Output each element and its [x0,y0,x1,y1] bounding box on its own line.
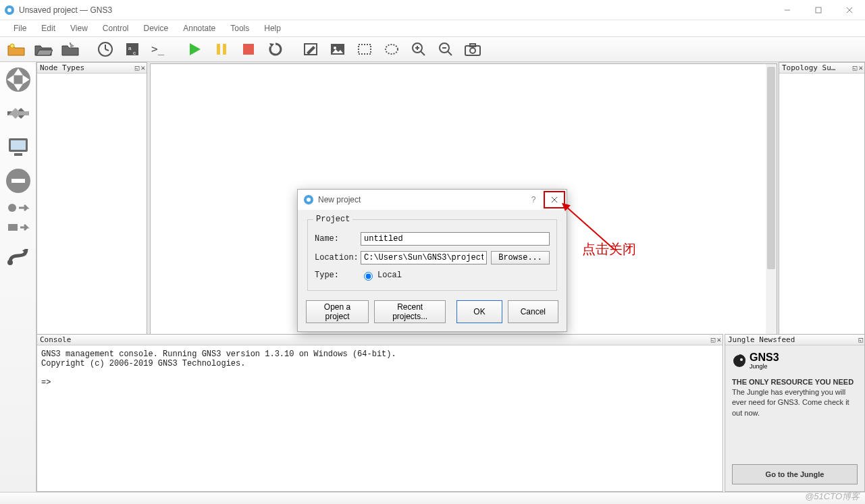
panel-float-icon[interactable]: ◱ [135,63,140,72]
svg-point-21 [386,45,398,54]
panel-close-icon[interactable]: ✕ [140,63,145,72]
zoom-out-icon[interactable] [434,38,458,60]
svg-rect-16 [243,44,254,55]
svg-line-27 [448,51,452,55]
menu-bar: File Edit View Control Device Annotate T… [0,20,865,36]
svg-rect-34 [11,140,26,150]
newsfeed-body: The Jungle has everything you will ever … [732,387,858,418]
menu-tools[interactable]: Tools [224,22,256,34]
newsfeed-headline: THE ONLY RESOURCE YOU NEED [732,378,858,386]
switch-category-icon[interactable] [3,99,33,128]
svg-point-31 [470,48,475,53]
menu-edit[interactable]: Edit [34,22,62,34]
svg-line-9 [105,49,109,51]
svg-point-42 [740,358,743,361]
name-label: Name: [315,234,357,244]
svg-rect-14 [217,44,220,55]
title-bar: Unsaved project — GNS3 [0,0,865,20]
open-project-icon[interactable] [31,38,55,60]
play-icon[interactable] [182,38,207,60]
location-label: Location: [315,253,357,262]
svg-text:c: c [133,50,136,56]
watermark: @51CTO博客 [805,491,860,503]
svg-rect-3 [816,7,821,13]
toolbar: ac >_ [0,36,865,62]
window-close-button[interactable] [834,0,865,20]
panel-close-icon[interactable]: ✕ [716,335,721,344]
console-output[interactable]: GNS3 management console. Running GNS3 ve… [37,345,723,491]
minimize-button[interactable] [772,0,803,20]
pause-icon[interactable] [209,38,234,60]
topology-summary-title: Topology Su… [782,63,835,72]
zoom-in-icon[interactable] [407,38,431,60]
browse-devices-icon[interactable] [3,220,33,236]
svg-point-44 [307,198,311,202]
screenshot-icon[interactable] [461,38,485,60]
maximize-button[interactable] [803,0,834,20]
rectangle-icon[interactable] [352,38,377,60]
panel-float-icon[interactable]: ◱ [711,335,716,344]
dialog-title: New project [318,195,361,204]
panel-close-icon[interactable]: ✕ [858,63,863,72]
svg-line-23 [421,51,425,55]
jungle-logo: GNS3Jungle [732,352,858,370]
console-icon[interactable]: >_ [147,38,172,60]
stop-icon[interactable] [236,38,261,60]
svg-point-38 [8,204,16,212]
svg-text:>_: >_ [151,43,165,55]
link-icon[interactable] [3,240,33,270]
svg-point-6 [10,44,14,48]
recent-projects-button[interactable]: Recent projects... [374,300,446,323]
browse-button[interactable]: Browse... [491,251,550,264]
menu-file[interactable]: File [7,22,33,34]
note-icon[interactable] [298,38,323,60]
reload-icon[interactable] [263,38,288,60]
open-project-button[interactable]: Open a project [306,300,369,323]
all-devices-icon[interactable] [3,200,33,216]
security-category-icon[interactable] [3,166,33,196]
panel-float-icon[interactable]: ◱ [853,63,858,72]
svg-point-40 [7,260,13,265]
panel-float-icon[interactable]: ◱ [858,335,863,344]
ellipse-icon[interactable] [379,38,404,60]
svg-rect-35 [14,153,22,156]
snapshot-icon[interactable] [93,38,117,60]
save-project-icon[interactable] [58,38,82,60]
console-title: Console [40,335,71,344]
show-names-icon[interactable]: ac [120,38,145,60]
status-bar [0,492,865,504]
menu-device[interactable]: Device [137,22,176,34]
menu-help[interactable]: Help [257,22,288,34]
svg-point-19 [334,47,336,49]
newsfeed-title: Jungle Newsfeed [728,335,795,344]
dialog-help-icon[interactable]: ? [523,195,544,204]
svg-rect-15 [223,44,226,55]
svg-rect-20 [359,45,371,54]
menu-annotate[interactable]: Annotate [176,22,222,34]
type-local-radio[interactable]: Local [361,270,402,281]
project-groupbox: Project Name: Location: Browse... Type: … [307,219,557,291]
node-types-title: Node Types [40,63,84,72]
type-label: Type: [315,271,357,280]
enddevice-category-icon[interactable] [3,132,33,162]
svg-rect-39 [8,224,18,231]
go-to-jungle-button[interactable]: Go to the Jungle [732,464,858,484]
menu-view[interactable]: View [63,22,95,34]
menu-control[interactable]: Control [96,22,136,34]
svg-point-1 [7,8,11,12]
newsfeed-panel: Jungle Newsfeed ◱ GNS3Jungle THE ONLY RE… [725,334,865,492]
app-icon [0,5,19,16]
device-dock [0,62,36,492]
image-icon[interactable] [325,38,350,60]
dialog-close-button[interactable] [544,191,565,208]
router-category-icon[interactable] [3,65,33,94]
annotation-text: 点击关闭 [582,240,636,258]
ok-button[interactable]: OK [456,300,502,323]
new-project-dialog: New project ? Project Name: Location: Br… [297,189,567,332]
svg-text:a: a [128,45,132,51]
window-title: Unsaved project — GNS3 [19,5,772,15]
project-location-input[interactable] [361,251,487,264]
new-project-icon[interactable] [4,38,28,60]
cancel-button[interactable]: Cancel [508,300,558,323]
project-name-input[interactable] [361,232,550,246]
